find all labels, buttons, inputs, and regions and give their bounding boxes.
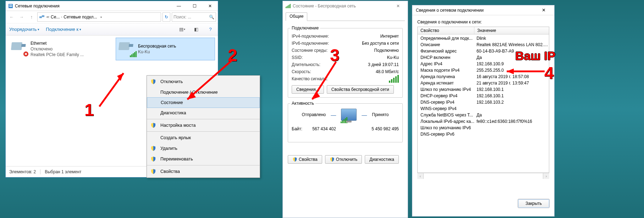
window-title: Сведения о сетевом подключении: [416, 8, 484, 13]
property-cell: Локальный IPv6-адрес ка...: [418, 119, 474, 124]
table-row[interactable]: Локальный IPv6-адрес ка...fe80::c1ed:636…: [418, 118, 549, 125]
crumb-parent[interactable]: Се...: [51, 15, 60, 20]
network-details-window: Сведения о сетевом подключении ✕ Сведени…: [412, 5, 555, 217]
property-cell: Адрес IPv4: [418, 61, 474, 66]
details-table[interactable]: Свойство Значение Определенный для подк.…: [417, 27, 549, 173]
close-button-footer[interactable]: Закрыть: [518, 199, 549, 208]
property-cell: Шлюз по умолчанию IPv4: [418, 87, 474, 92]
up-button[interactable]: ↑: [27, 13, 36, 21]
duration-value: 3 дней 19:07:11: [368, 62, 399, 67]
shield-icon: [150, 122, 156, 128]
received-label: Принято: [372, 112, 389, 117]
svg-rect-4: [42, 15, 44, 17]
bytes-sent: 567 434 402: [312, 126, 336, 131]
forward-button[interactable]: →: [17, 13, 26, 21]
selection-count: Выбран 1 элемент: [45, 169, 81, 174]
refresh-button[interactable]: ↻: [163, 12, 170, 22]
maximize-button[interactable]: ☐: [187, 1, 202, 11]
shield-icon: [150, 156, 156, 162]
adapter-ethernet[interactable]: Ethernet Отключено Realtek PCIe GbE Fami…: [9, 38, 108, 60]
disable-button[interactable]: Отключить: [325, 155, 362, 164]
bytes-received: 5 450 982 495: [371, 126, 399, 131]
media-state: Подключено: [374, 48, 399, 53]
col-value: Значение: [474, 27, 549, 34]
breadcrumb[interactable]: ≪ Се... › Сетевые подкл... ▾: [37, 12, 161, 22]
details-button[interactable]: Сведения...: [292, 85, 324, 94]
property-cell: DNS-сервер IPv4: [418, 100, 474, 105]
menu-delete[interactable]: Удалить: [147, 143, 260, 154]
window-controls: — ☐ ✕: [171, 1, 218, 11]
property-cell: Аренда истекает: [418, 81, 474, 86]
views-button[interactable]: ▤ ▾: [178, 26, 186, 33]
close-button[interactable]: ✕: [536, 6, 551, 15]
menu-diagnostics[interactable]: Диагностика: [147, 108, 260, 118]
value-cell: fe80::c1ed:6360:186:f7f0%16: [474, 119, 549, 124]
shield-icon: [150, 146, 156, 151]
adapter-wireless[interactable]: Беспроводная сеть Ku-Ku: [116, 38, 215, 60]
menu-status[interactable]: Состояние: [147, 97, 260, 108]
preview-pane-button[interactable]: ◧: [192, 26, 200, 33]
menu-shortcut[interactable]: Создать ярлык: [147, 132, 260, 143]
menu-disable[interactable]: Отключить: [147, 76, 260, 87]
titlebar[interactable]: Сведения о сетевом подключении ✕: [412, 5, 554, 15]
table-row[interactable]: Аренда получена16 августа 2019 г. 18:57:…: [418, 73, 549, 80]
table-row[interactable]: Служба NetBIOS через T...Да: [418, 112, 549, 118]
close-button[interactable]: ✕: [202, 1, 218, 11]
property-cell: WINS-сервер IPv4: [418, 106, 474, 111]
window-title: Состояние - Беспроводная сеть: [293, 4, 356, 9]
sent-label: Отправлено: [302, 112, 326, 117]
footer-buttons: Свойства Отключить Диагностика: [288, 155, 403, 164]
tab-strip: Общие: [283, 11, 408, 21]
back-button[interactable]: ←: [7, 13, 16, 21]
item-count: Элементов: 2: [9, 169, 36, 174]
organize-menu[interactable]: Упорядочить ▾: [9, 27, 39, 32]
search-icon: 🔍: [209, 15, 214, 20]
diagnose-button[interactable]: Диагностика: [365, 155, 399, 164]
table-row[interactable]: Шлюз по умолчанию IPv4192.168.100.1: [418, 86, 549, 93]
property-cell: Определенный для подк...: [418, 36, 474, 41]
table-row[interactable]: DNS-сервер IPv6: [418, 131, 549, 137]
menu-connect-disconnect[interactable]: Подключение / Отключение: [147, 87, 260, 98]
address-bar: ← → ↑ ≪ Се... › Сетевые подкл... ▾ ↻ Пои…: [6, 11, 218, 23]
table-header[interactable]: Свойство Значение: [418, 27, 549, 34]
properties-button[interactable]: Свойства: [288, 155, 322, 164]
signal-icon: [286, 4, 291, 8]
adapter-name: Беспроводная сеть: [138, 43, 176, 49]
search-input[interactable]: Поиск: ... 🔍: [172, 12, 216, 22]
property-cell: DHCP-сервер IPv4: [418, 93, 474, 98]
horizontal-scrollbar[interactable]: ‹›: [417, 173, 549, 179]
help-button[interactable]: ?: [207, 26, 214, 33]
caption: Сведения о подключении к сети:: [417, 20, 549, 24]
table-row[interactable]: ОписаниеRealtek 8821AE Wireless LAN 802.…: [418, 42, 549, 48]
annotation-1: 1: [84, 100, 94, 120]
value-cell: Realtek 8821AE Wireless LAN 802.11ac PCI: [474, 42, 549, 47]
value-cell: Да: [474, 113, 549, 118]
menu-bridge[interactable]: Настройка моста: [147, 120, 260, 131]
table-row[interactable]: DHCP-сервер IPv4192.168.100.1: [418, 93, 549, 99]
table-row[interactable]: Шлюз по умолчанию IPv6: [418, 125, 549, 131]
menu-rename[interactable]: Переименовать: [147, 154, 260, 164]
crumb-current[interactable]: Сетевые подкл...: [64, 15, 97, 20]
minimize-button[interactable]: —: [171, 1, 187, 11]
table-row[interactable]: DNS-сервер IPv4192.168.103.2: [418, 99, 549, 105]
table-row[interactable]: Аренда истекает21 августа 2019 г. 13:59:…: [418, 80, 549, 86]
group-legend: Активность: [290, 101, 315, 106]
adapter-status: Отключено: [31, 46, 84, 52]
menu-properties[interactable]: Свойства: [147, 166, 260, 177]
connect-to-menu[interactable]: Подключение к ▾: [46, 27, 81, 32]
breadcrumb-dropdown[interactable]: ▾: [98, 16, 104, 19]
value-cell: 192.168.100.1: [474, 87, 549, 92]
window-title: Сетевые подключения: [15, 4, 60, 9]
ethernet-icon: [11, 42, 28, 56]
table-row[interactable]: WINS-сервер IPv4: [418, 105, 549, 112]
titlebar[interactable]: Состояние - Беспроводная сеть ✕: [283, 1, 408, 11]
ssid-value: Ku-Ku: [387, 55, 399, 60]
value-cell: Dlink: [474, 36, 549, 41]
wireless-properties-button[interactable]: Свойства беспроводной сети: [327, 85, 394, 94]
speed-value: 48.0 Мбит/с: [376, 69, 399, 74]
titlebar[interactable]: Сетевые подключения — ☐ ✕: [6, 1, 218, 11]
close-button[interactable]: ✕: [391, 1, 405, 11]
table-row[interactable]: Определенный для подк...Dlink: [418, 35, 549, 42]
table-row[interactable]: Маска подсети IPv4255.255.255.0: [418, 67, 549, 73]
tab-general[interactable]: Общие: [286, 12, 307, 21]
